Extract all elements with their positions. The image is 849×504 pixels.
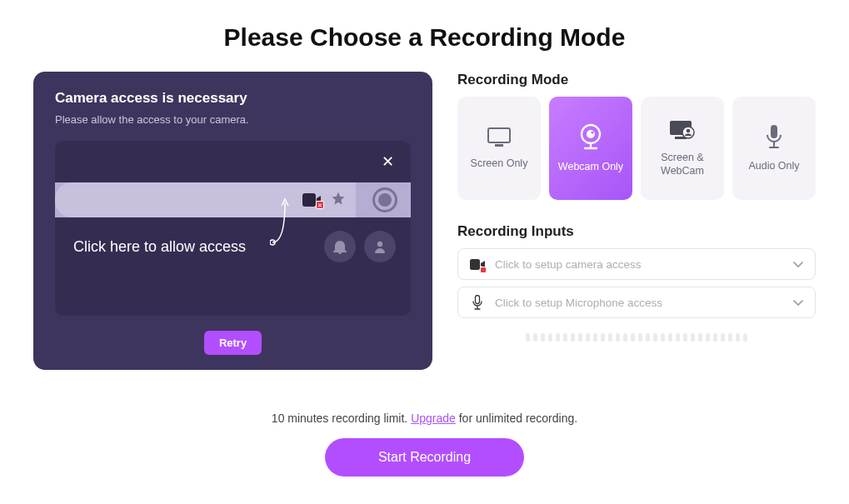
mode-screen-webcam[interactable]: Screen & WebCam	[641, 97, 724, 200]
address-bar-mock: ✕	[55, 182, 356, 217]
svg-rect-2	[488, 128, 510, 142]
close-icon[interactable]: ✕	[382, 152, 394, 171]
recording-limit-text: 10 minutes recording limit. Upgrade for …	[0, 412, 849, 425]
camera-small-icon	[470, 257, 485, 272]
svg-point-5	[587, 130, 595, 138]
mode-webcam-only[interactable]: Webcam Only	[549, 97, 632, 200]
chevron-down-icon	[793, 295, 803, 310]
svg-rect-12	[476, 296, 480, 304]
page-title: Please Choose a Recording Mode	[0, 0, 849, 72]
webcam-icon	[578, 123, 603, 152]
microphone-icon	[764, 124, 784, 151]
upgrade-link[interactable]: Upgrade	[411, 412, 456, 425]
recording-inputs-title: Recording Inputs	[457, 223, 816, 240]
microphone-small-icon	[470, 295, 485, 310]
svg-point-10	[687, 128, 691, 132]
camera-input-text: Click to setup camera access	[495, 258, 783, 271]
camera-access-panel: Camera access is necessary Please allow …	[33, 72, 432, 370]
mode-label: Audio Only	[748, 159, 799, 172]
record-circle-icon	[372, 187, 397, 212]
camera-input-selector[interactable]: Click to setup camera access	[457, 248, 816, 280]
svg-point-1	[377, 242, 382, 247]
star-icon	[331, 191, 346, 209]
monitor-icon	[487, 127, 512, 148]
camera-access-subtext: Please allow the access to your camera.	[55, 113, 411, 126]
microphone-input-text: Click to setup Microphone access	[495, 297, 783, 309]
mode-label: Screen Only	[471, 157, 528, 170]
browser-permission-mock: ✕ ✕ Click here to allow access	[55, 141, 411, 316]
svg-point-0	[270, 240, 275, 245]
camera-blocked-icon[interactable]: ✕	[302, 193, 321, 207]
mode-label: Screen & WebCam	[644, 151, 721, 178]
svg-rect-3	[495, 144, 503, 147]
svg-rect-11	[771, 125, 777, 138]
microphone-input-selector[interactable]: Click to setup Microphone access	[457, 287, 816, 318]
allow-access-hint: Click here to allow access	[73, 238, 246, 256]
mode-label: Webcam Only	[558, 160, 623, 173]
person-icon	[364, 231, 396, 262]
mode-audio-only[interactable]: Audio Only	[732, 97, 816, 200]
chevron-down-icon	[793, 257, 803, 272]
screen-webcam-icon	[668, 119, 697, 142]
mode-screen-only[interactable]: Screen Only	[457, 97, 541, 200]
bell-icon	[324, 231, 356, 262]
camera-access-heading: Camera access is necessary	[55, 90, 411, 107]
audio-level-meter	[457, 333, 816, 342]
recording-mode-title: Recording Mode	[457, 72, 816, 88]
retry-button[interactable]: Retry	[204, 331, 262, 355]
start-recording-button[interactable]: Start Recording	[325, 438, 524, 477]
svg-point-6	[591, 131, 593, 133]
